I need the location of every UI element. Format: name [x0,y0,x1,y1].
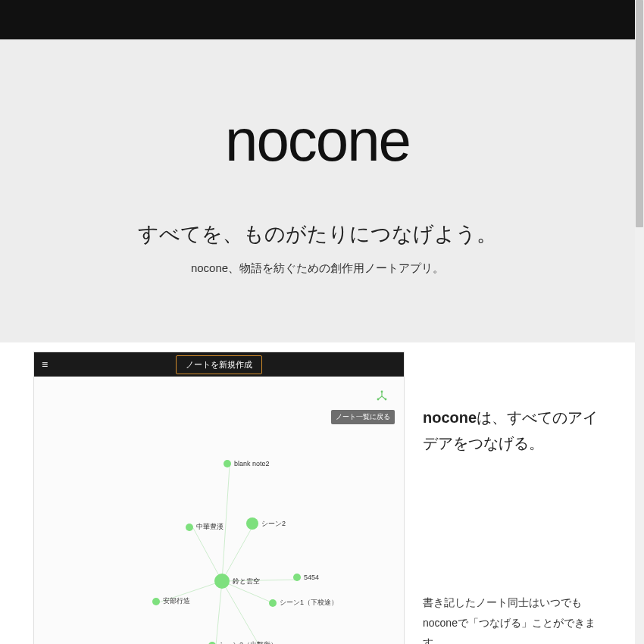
node-dot-icon [152,598,160,605]
node-label: blank note2 [234,460,270,467]
node-label: 中華豊漢 [196,522,224,532]
node-dot-icon [246,517,258,530]
svg-point-13 [385,399,387,401]
graph-node[interactable]: シーン1（下校途） [269,598,338,608]
top-header-bar [0,0,635,39]
graph-node[interactable]: blank note2 [224,460,270,467]
node-dot-icon [224,460,231,467]
graph-node[interactable]: 中華豊漢 [186,522,224,532]
svg-line-7 [222,581,261,644]
back-to-list-tooltip: ノート一覧に戻る [331,410,395,424]
vertical-scrollbar[interactable] [635,0,644,644]
hero-section: nocone すべてを、ものがたりにつなげよう。 nocone、物語を紡ぐための… [0,39,635,342]
node-label: 5454 [304,574,319,581]
node-label: シーン1（下校途） [280,598,338,608]
hamburger-icon[interactable]: ≡ [34,359,48,370]
scroll-thumb[interactable] [636,0,643,227]
side-column: noconeは、すべてのアイデアをつなげる。 書き記したノート同士はいつでもno… [423,352,602,644]
graph-node[interactable]: 鈴と雲空 [214,574,260,589]
svg-line-6 [216,581,222,644]
graph-canvas[interactable]: ノート一覧に戻る blank note2 中華豊漢 シーン2 鈴と雲空 [34,377,404,644]
svg-point-11 [381,391,383,393]
graph-node[interactable]: 5454 [293,574,319,581]
svg-line-1 [222,524,254,581]
new-note-button[interactable]: ノートを新規作成 [176,355,262,374]
app-screenshot: ≡ ノートを新規作成 ノート一覧に戻る [33,352,405,644]
brand-title: nocone [225,106,410,175]
node-dot-icon [269,599,277,607]
graph-node[interactable]: シーン2 [246,517,286,530]
network-icon[interactable] [377,390,387,403]
body-paragraph: 書き記したノート同士はいつでもnoconeで「つなげる」ことができます。 [423,592,602,644]
app-toolbar: ≡ ノートを新規作成 [34,352,404,377]
graph-node[interactable]: 安部行造 [152,596,190,606]
node-label: シーン2 [261,519,286,529]
content-row: ≡ ノートを新規作成 ノート一覧に戻る [0,342,635,644]
node-dot-icon [293,574,301,581]
section-title-bold: nocone [423,409,477,426]
node-label: 安部行造 [163,596,190,606]
node-label: 鈴と雲空 [233,577,260,586]
hero-headline: すべてを、ものがたりにつなげよう。 [138,220,497,248]
hero-subheadline: nocone、物語を紡ぐための創作用ノートアプリ。 [191,261,444,276]
node-dot-icon [186,524,193,531]
node-dot-icon [214,574,230,589]
svg-point-12 [377,399,380,401]
node-dot-icon [208,642,216,645]
section-body: 書き記したノート同士はいつでもnoconeで「つなげる」ことができます。 どんな… [423,592,602,644]
section-title: noconeは、すべてのアイデアをつなげる。 [423,405,602,456]
